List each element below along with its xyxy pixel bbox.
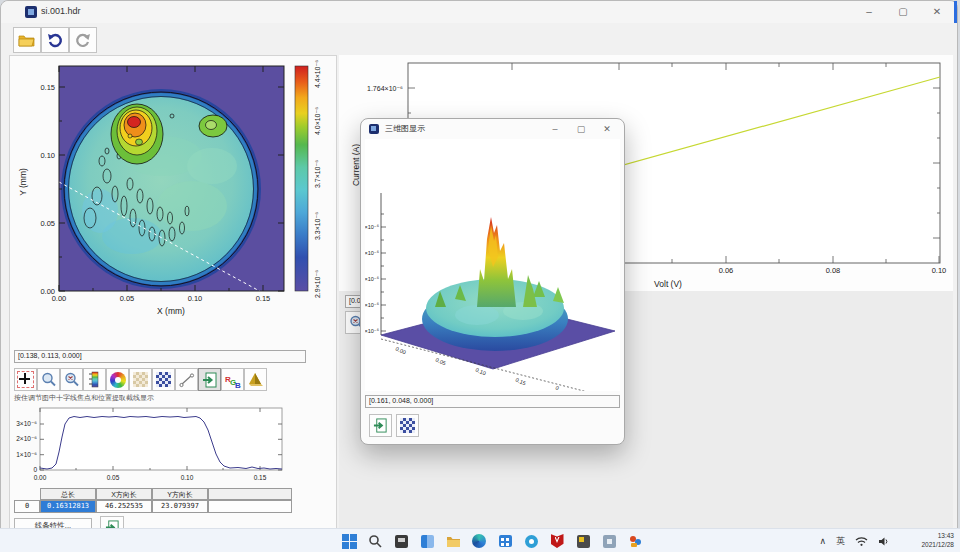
- window-edge-accent: [954, 1, 957, 23]
- undo-icon: [47, 32, 63, 48]
- clock-time: 13:43: [921, 532, 954, 541]
- measure-line-icon: [179, 372, 195, 388]
- float-maximize-button[interactable]: ▢: [568, 119, 594, 139]
- surface-3d-icon: [247, 372, 264, 387]
- z-tick: 0×10⁻⁶: [365, 302, 379, 308]
- surf-x-tick: 0.05: [435, 356, 447, 366]
- colorbar-tick: 3.3×10⁻⁶: [314, 212, 321, 240]
- redo-icon: [75, 32, 91, 48]
- empty-cell: [208, 500, 292, 513]
- open-file-button[interactable]: [13, 27, 41, 53]
- float-close-button[interactable]: ✕: [594, 119, 620, 139]
- folder-icon: [446, 535, 461, 548]
- profile-x-tick: 0.05: [107, 474, 120, 481]
- pattern-blue-tool[interactable]: [152, 368, 175, 391]
- colorbar-icon: [88, 371, 102, 388]
- y-axis-label: Y (mm): [18, 168, 28, 196]
- export-tool[interactable]: [198, 368, 221, 391]
- taskbar-icons: [340, 532, 644, 550]
- surf-x-tick: 0.10: [475, 366, 487, 376]
- col-header-total: 总长: [40, 488, 96, 500]
- map-panel: 0.00 0.05 0.10 0.15 0.00 0.05 0.10 0.15 …: [9, 55, 337, 529]
- search-icon: [368, 534, 382, 548]
- map-tool-bar: RGB: [14, 368, 267, 391]
- z-tick: 5×10⁻⁶: [365, 276, 379, 282]
- zoom-reset-tool[interactable]: [60, 368, 83, 391]
- float-pattern-tool[interactable]: [396, 414, 419, 437]
- float-export-tool[interactable]: [369, 414, 392, 437]
- edge-icon: [472, 534, 486, 548]
- export-icon: [373, 418, 388, 433]
- wifi-icon[interactable]: [855, 536, 868, 546]
- row-index-cell[interactable]: 0: [14, 500, 40, 513]
- light-pattern-icon: [133, 372, 148, 387]
- contour-plot[interactable]: 0.00 0.05 0.10 0.15 0.00 0.05 0.10 0.15 …: [12, 56, 336, 348]
- rgb-tool[interactable]: RGB: [221, 368, 244, 391]
- maximize-button[interactable]: ▢: [886, 1, 920, 23]
- color-wheel-tool[interactable]: [106, 368, 129, 391]
- export-icon: [202, 372, 218, 388]
- undo-button[interactable]: [41, 27, 69, 53]
- profile-x-tick: 0.10: [181, 474, 194, 481]
- speaker-icon[interactable]: [878, 536, 890, 547]
- taskbar-app-dark[interactable]: [392, 532, 410, 550]
- taskbar-widgets[interactable]: [418, 532, 436, 550]
- surf-x-tick: 0.00: [395, 345, 407, 355]
- taskbar-store[interactable]: [496, 532, 514, 550]
- tray-chevron[interactable]: ∧: [819, 536, 826, 546]
- ime-indicator[interactable]: 英: [836, 535, 845, 548]
- color-wheel-icon: [110, 372, 126, 388]
- start-button[interactable]: [340, 532, 358, 550]
- float-cursor-status: [0.161, 0.048, 0.000]: [365, 395, 620, 408]
- float-title-bar[interactable]: 三维图显示 – ▢ ✕: [361, 119, 624, 139]
- taskbar-clock[interactable]: 13:43 2021/12/28: [921, 532, 954, 549]
- blue-pattern-icon: [400, 418, 415, 433]
- surface-3d-window[interactable]: 三维图显示 – ▢ ✕: [360, 118, 625, 445]
- colorbar-tick: 4.4×10⁻⁶: [314, 60, 321, 88]
- profile-y-tick: 2×10⁻⁶: [16, 435, 37, 442]
- profile-y-tick: 3×10⁻⁶: [16, 420, 37, 427]
- surface-3d-plot[interactable]: 5×10⁻⁶ 0×10⁻⁶ 5×10⁻⁶ 0×10⁻⁶ 5×10⁻⁶ 0.00 …: [365, 139, 620, 391]
- zoom-reset-icon: [64, 372, 80, 388]
- cursor-position-status: [0.138, 0.113, 0.000]: [14, 350, 306, 363]
- colorbar-tool[interactable]: [83, 368, 106, 391]
- measure-line-tool[interactable]: [175, 368, 198, 391]
- col-header-extra: [208, 488, 292, 500]
- crosshair-tool[interactable]: [14, 368, 37, 391]
- taskbar-app-media[interactable]: [574, 532, 592, 550]
- taskbar-app-active[interactable]: [626, 532, 644, 550]
- search-button[interactable]: [366, 532, 384, 550]
- col-header-xlen: X方向长: [96, 488, 152, 500]
- x-tick: 0.15: [256, 294, 271, 303]
- profile-y-tick: 1×10⁻⁶: [16, 451, 37, 458]
- col-header-ylen: Y方向长: [152, 488, 208, 500]
- taskbar-app-blue[interactable]: [522, 532, 540, 550]
- colorbar-tick: 2.9×10⁻⁶: [314, 270, 321, 298]
- float-toolbar: [369, 414, 419, 437]
- float-minimize-button[interactable]: –: [542, 119, 568, 139]
- taskbar-file-explorer[interactable]: [444, 532, 462, 550]
- zoom-in-icon: [41, 372, 57, 388]
- clock-date: 2021/12/28: [921, 541, 954, 550]
- minimize-button[interactable]: –: [852, 1, 886, 23]
- window-title: si.001.hdr: [41, 6, 81, 16]
- y-tick: 0.15: [40, 83, 55, 92]
- profile-plot[interactable]: 3×10⁻⁶ 2×10⁻⁶ 1×10⁻⁶ 0 0.00 0.05 0.10 0.…: [12, 402, 290, 486]
- y-tick: 0.00: [40, 287, 55, 296]
- open-folder-icon: [18, 33, 36, 47]
- y-length-cell[interactable]: 23.079397: [152, 500, 208, 513]
- iv-y-tick: 1.764×10⁻⁶: [367, 85, 403, 92]
- taskbar-app-gray[interactable]: [600, 532, 618, 550]
- taskbar-mcafee[interactable]: [548, 532, 566, 550]
- active-app-icon: [628, 534, 643, 549]
- total-length-cell[interactable]: 0.16312813: [40, 500, 96, 513]
- x-length-cell[interactable]: 46.252535: [96, 500, 152, 513]
- taskbar-edge[interactable]: [470, 532, 488, 550]
- zoom-in-tool[interactable]: [37, 368, 60, 391]
- surface-3d-tool[interactable]: [244, 368, 267, 391]
- colorbar-tick: 3.7×10⁻⁶: [314, 160, 321, 188]
- close-button[interactable]: ✕: [920, 1, 954, 23]
- pattern-light-tool[interactable]: [129, 368, 152, 391]
- title-bar[interactable]: si.001.hdr – ▢ ✕: [1, 1, 957, 23]
- redo-button[interactable]: [69, 27, 97, 53]
